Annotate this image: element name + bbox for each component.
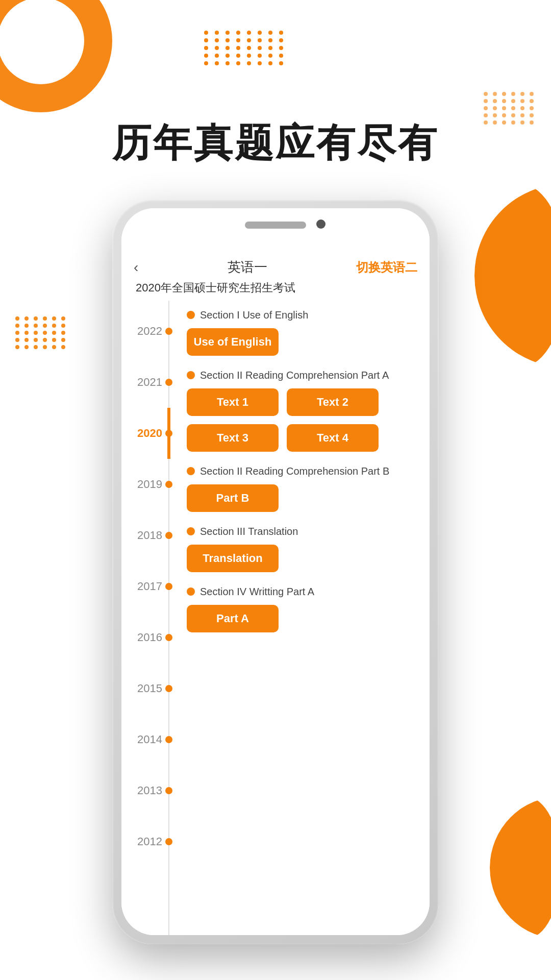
section-4-block: Section IV Writting Part A Part A	[187, 584, 420, 632]
year-2020[interactable]: 2020	[121, 408, 178, 459]
timeline-sidebar: 2022 2021 2020 2019	[121, 301, 178, 935]
year-label-2019: 2019	[137, 478, 162, 491]
year-label-2021: 2021	[137, 376, 162, 389]
section-3-label: Section III Translation	[200, 524, 298, 538]
decorative-dots-left-mid	[15, 316, 67, 349]
year-label-2016: 2016	[137, 631, 162, 644]
section-2b-dot	[187, 467, 195, 475]
year-dot-2022	[165, 328, 172, 335]
year-dot-2021	[165, 379, 172, 386]
year-label-2013: 2013	[137, 784, 162, 797]
section-1-dot	[187, 311, 195, 319]
exam-title: 2020年全国硕士研究生招生考试	[134, 280, 417, 296]
year-label-2020: 2020	[137, 427, 162, 440]
section-3-header: Section III Translation	[187, 524, 420, 538]
year-2022[interactable]: 2022	[121, 306, 178, 357]
year-dot-2017	[165, 583, 172, 590]
year-2019[interactable]: 2019	[121, 459, 178, 510]
phone-inner-frame: ‹ 英语一 切换英语二 2020年全国硕士研究生招生考试 2022	[121, 208, 430, 935]
section-2b-buttons: Part B	[187, 484, 420, 512]
section-2b-block: Section II Reading Comprehension Part B …	[187, 464, 420, 512]
year-dot-2013	[165, 787, 172, 794]
text4-button[interactable]: Text 4	[287, 424, 379, 452]
parta-button[interactable]: Part A	[187, 605, 279, 632]
header-title: 英语一	[228, 258, 267, 276]
phone-speaker	[245, 222, 306, 229]
section-1-buttons: Use of English	[187, 328, 420, 356]
year-2018[interactable]: 2018	[121, 510, 178, 561]
section-2b-label: Section II Reading Comprehension Part B	[200, 464, 389, 478]
year-2017[interactable]: 2017	[121, 561, 178, 612]
year-label-2017: 2017	[137, 580, 162, 593]
year-dot-2015	[165, 685, 172, 692]
back-button[interactable]: ‹	[134, 259, 138, 276]
year-2021[interactable]: 2021	[121, 357, 178, 408]
section-3-block: Section III Translation Translation	[187, 524, 420, 572]
year-label-2015: 2015	[137, 682, 162, 695]
year-dot-2019	[165, 481, 172, 488]
section-2a-label: Section II Reading Comprehension Part A	[200, 368, 389, 382]
section-2a-buttons: Text 1 Text 2 Text 3 Text 4	[187, 388, 420, 452]
phone-notch	[121, 208, 430, 249]
phone-header: ‹ 英语一 切换英语二 2020年全国硕士研究生招生考试	[121, 249, 430, 301]
phone-content: 2022 2021 2020 2019	[121, 301, 430, 935]
phone-screen: ‹ 英语一 切换英语二 2020年全国硕士研究生招生考试 2022	[121, 249, 430, 935]
text3-button[interactable]: Text 3	[187, 424, 279, 452]
decorative-circle-top-left	[0, 0, 112, 112]
section-2a-dot	[187, 371, 195, 379]
header-row: ‹ 英语一 切换英语二	[134, 258, 417, 276]
section-4-dot	[187, 587, 195, 596]
year-label-2014: 2014	[137, 733, 162, 746]
section-3-buttons: Translation	[187, 545, 420, 572]
decorative-arc-right	[474, 184, 551, 368]
section-2a-header: Section II Reading Comprehension Part A	[187, 368, 420, 382]
year-dot-2016	[165, 634, 172, 641]
year-2014[interactable]: 2014	[121, 714, 178, 765]
section-1-label: Section I Use of English	[200, 308, 308, 322]
year-dot-2012	[165, 838, 172, 845]
year-2012[interactable]: 2012	[121, 816, 178, 867]
sections-content: Section I Use of English Use of English …	[178, 301, 430, 935]
decorative-dots-top-center	[204, 31, 286, 65]
year-2016[interactable]: 2016	[121, 612, 178, 663]
phone-mockup: ‹ 英语一 切换英语二 2020年全国硕士研究生招生考试 2022	[112, 199, 439, 944]
section-4-header: Section IV Writting Part A	[187, 584, 420, 599]
year-label-2018: 2018	[137, 529, 162, 542]
section-4-buttons: Part A	[187, 605, 420, 632]
year-2013[interactable]: 2013	[121, 765, 178, 816]
year-label-2012: 2012	[137, 835, 162, 848]
year-bar-2020	[167, 408, 170, 459]
section-2b-header: Section II Reading Comprehension Part B	[187, 464, 420, 478]
text2-button[interactable]: Text 2	[287, 388, 379, 416]
translation-button[interactable]: Translation	[187, 545, 279, 572]
text1-button[interactable]: Text 1	[187, 388, 279, 416]
switch-button[interactable]: 切换英语二	[356, 259, 417, 276]
phone-camera	[316, 219, 325, 229]
year-dot-2014	[165, 736, 172, 743]
year-2015[interactable]: 2015	[121, 663, 178, 714]
section-1-header: Section I Use of English	[187, 308, 420, 322]
phone-outer-frame: ‹ 英语一 切换英语二 2020年全国硕士研究生招生考试 2022	[112, 199, 439, 944]
section-1-block: Section I Use of English Use of English	[187, 301, 420, 356]
year-dot-2018	[165, 532, 172, 539]
section-4-label: Section IV Writting Part A	[200, 584, 314, 599]
decorative-arc-bottom-right	[490, 796, 551, 939]
hero-title: 历年真题应有尽有	[0, 117, 551, 170]
use-of-english-button[interactable]: Use of English	[187, 328, 279, 356]
year-label-2022: 2022	[137, 325, 162, 338]
partb-button[interactable]: Part B	[187, 484, 279, 512]
section-2a-block: Section II Reading Comprehension Part A …	[187, 368, 420, 452]
section-3-dot	[187, 527, 195, 535]
